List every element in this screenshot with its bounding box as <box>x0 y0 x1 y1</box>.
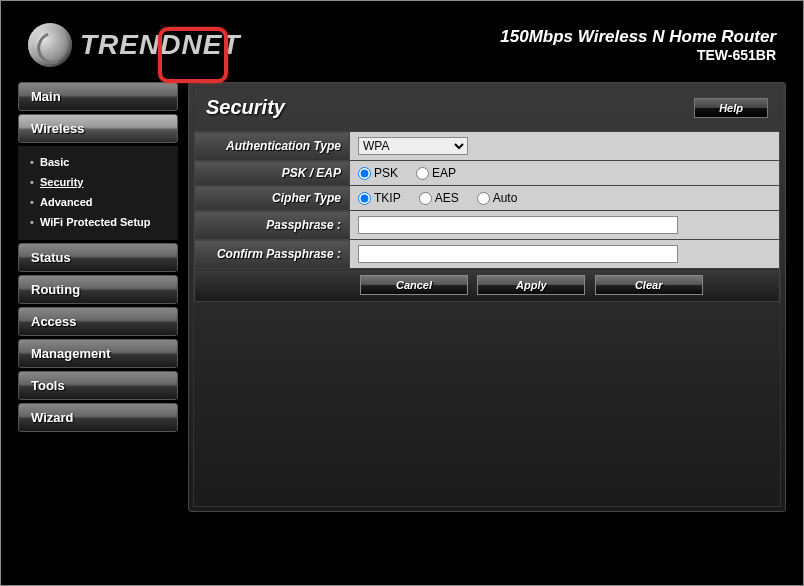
tkip-radio[interactable] <box>358 192 371 205</box>
main-panel: Security Help Authentication Type WPA PS… <box>188 82 786 512</box>
subnav-advanced[interactable]: Advanced <box>18 192 178 212</box>
nav-wizard[interactable]: Wizard <box>18 403 178 432</box>
aes-radio-label: AES <box>435 191 459 205</box>
passphrase-label: Passphrase : <box>195 211 350 240</box>
psk-eap-label: PSK / EAP <box>195 161 350 186</box>
nav-management[interactable]: Management <box>18 339 178 368</box>
page-title: Security <box>206 96 285 119</box>
tkip-radio-label: TKIP <box>374 191 401 205</box>
eap-radio-label: EAP <box>432 166 456 180</box>
confirm-passphrase-label: Confirm Passphrase : <box>195 240 350 269</box>
auto-radio-label: Auto <box>493 191 518 205</box>
nav-main[interactable]: Main <box>18 82 178 111</box>
nav-routing[interactable]: Routing <box>18 275 178 304</box>
header-right: 150Mbps Wireless N Home Router TEW-651BR <box>500 27 776 63</box>
apply-button[interactable]: Apply <box>477 275 585 295</box>
subnav-wireless: Basic Security Advanced WiFi Protected S… <box>18 146 178 240</box>
product-model: TEW-651BR <box>500 47 776 63</box>
product-title: 150Mbps Wireless N Home Router <box>500 27 776 47</box>
sidebar: Main Wireless Basic Security Advanced Wi… <box>18 82 178 512</box>
aes-radio[interactable] <box>419 192 432 205</box>
cipher-type-label: Cipher Type <box>195 186 350 211</box>
logo-area: TRENDNET <box>28 23 240 67</box>
subnav-security[interactable]: Security <box>18 172 178 192</box>
security-form: Authentication Type WPA PSK / EAP <box>194 131 780 302</box>
brand-name: TRENDNET <box>80 29 240 61</box>
clear-button[interactable]: Clear <box>595 275 703 295</box>
nav-tools[interactable]: Tools <box>18 371 178 400</box>
subnav-basic[interactable]: Basic <box>18 152 178 172</box>
cancel-button[interactable]: Cancel <box>360 275 468 295</box>
auth-type-label: Authentication Type <box>195 132 350 161</box>
nav-wireless[interactable]: Wireless <box>18 114 178 143</box>
psk-radio[interactable] <box>358 167 371 180</box>
psk-radio-label: PSK <box>374 166 398 180</box>
passphrase-input[interactable] <box>358 216 678 234</box>
help-button[interactable]: Help <box>694 98 768 118</box>
brand-logo-icon <box>28 23 72 67</box>
subnav-wps[interactable]: WiFi Protected Setup <box>18 212 178 232</box>
nav-access[interactable]: Access <box>18 307 178 336</box>
confirm-passphrase-input[interactable] <box>358 245 678 263</box>
auth-type-select[interactable]: WPA <box>358 137 468 155</box>
auto-radio[interactable] <box>477 192 490 205</box>
nav-status[interactable]: Status <box>18 243 178 272</box>
eap-radio[interactable] <box>416 167 429 180</box>
header: TRENDNET 150Mbps Wireless N Home Router … <box>13 13 791 82</box>
